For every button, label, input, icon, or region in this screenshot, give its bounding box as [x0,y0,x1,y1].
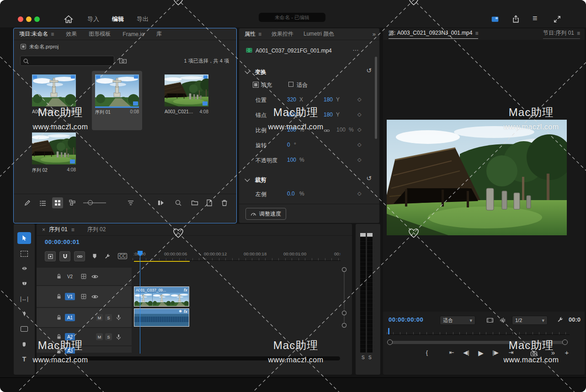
track-v2-content[interactable] [133,268,341,285]
tab-frameio[interactable]: Frame.io [123,31,144,37]
audio-clip[interactable]: ✱ fx [134,308,189,327]
fullscreen-icon[interactable] [553,15,561,23]
solo-right-label[interactable]: S [368,355,372,360]
sync-lock-icon[interactable] [80,293,87,300]
linked-selection-toggle[interactable] [74,251,85,261]
freeform-view-button[interactable] [69,199,76,207]
minimize-window-button[interactable] [26,16,32,22]
track-a3-header[interactable]: A3 [37,346,132,353]
source-timecode[interactable]: 00:00:00:00 [389,316,423,323]
play-button[interactable]: ▶ [475,349,486,357]
panel-menu-icon[interactable]: ≡ [71,227,75,233]
keyframe-toggle-icon[interactable]: ◇ [357,157,361,163]
captions-icon[interactable]: CC [118,253,127,259]
hand-tool[interactable] [17,338,31,350]
share-export-icon[interactable] [511,15,520,23]
tab-effect-controls[interactable]: 效果控件 [272,30,293,38]
drag-audio-icon[interactable] [499,317,506,324]
track-a3-content[interactable] [133,346,341,353]
lock-icon[interactable] [56,348,62,354]
new-bin-icon[interactable] [191,199,198,207]
lock-icon[interactable] [56,293,62,300]
track-a1-header[interactable]: A1 M S [37,308,132,327]
mic-icon[interactable] [115,334,122,340]
tab-source-monitor[interactable]: 源: A003_C021_0923NJ_001.mp4 ≡ [389,29,478,39]
timeline-timecode[interactable]: 00:00:00:01 [45,238,80,245]
reset-crop-icon[interactable]: ↺ [366,175,372,182]
keyframe-toggle-icon[interactable]: ◇ [357,127,361,132]
solo-button[interactable]: S [105,334,112,340]
panel-menu-icon[interactable]: ≡ [258,31,261,37]
crop-section-header[interactable]: 裁剪 ↺ [245,175,373,185]
tab-import[interactable]: 导入 [87,15,99,23]
razor-tool[interactable] [17,278,31,290]
monitor-settings-wrench-icon[interactable] [557,316,564,323]
anchor-y-value[interactable]: 180 [324,111,333,118]
track-a1-content[interactable]: ✱ fx [133,308,341,327]
track-a1-badge[interactable]: A1 [65,314,75,321]
add-button-editor[interactable]: + [561,349,572,356]
opacity-value[interactable]: 100 [287,157,296,163]
track-a2-badge[interactable]: A2 [65,333,75,340]
position-x-value[interactable]: 320 [287,96,296,103]
scrubber-zoom-bar[interactable] [390,341,565,344]
keyframe-toggle-icon[interactable]: ◇ [357,191,361,196]
icon-view-button[interactable] [54,199,61,207]
mute-button[interactable]: M [96,314,103,321]
keyframe-toggle-icon[interactable]: ◇ [357,111,361,117]
tab-edit[interactable]: 编辑 [112,15,124,23]
track-select-tool[interactable] [17,248,31,260]
source-scrubber-ruler[interactable] [387,328,570,335]
zoom-slider-knob[interactable] [88,200,93,205]
tab-properties[interactable]: 属性 ≡ [245,30,261,38]
tab-program-monitor[interactable]: 节目:序列 01 ≡ [543,29,580,39]
project-item-clip2[interactable]: A003_C021_0923N... 4:08 [165,74,208,114]
project-item-clip1[interactable]: A001_C037_0921F... 0:08 [32,74,76,114]
track-v2-badge[interactable]: V2 [65,273,75,280]
slip-tool[interactable]: |↔| [17,293,31,305]
go-to-in-button[interactable]: ⇤ [446,349,457,356]
workspace-icon[interactable] [491,15,499,23]
solo-button[interactable]: S [105,314,112,321]
mic-icon[interactable] [115,314,122,321]
reset-transform-icon[interactable]: ↺ [366,67,372,74]
lock-icon[interactable] [56,314,62,321]
timeline-ruler[interactable]: :00:00 00:00:00:06 00:00:00:12 00:00:00:… [133,250,341,261]
crop-left-value[interactable]: 0.0 [287,191,295,197]
clip-more-icon[interactable]: … [352,45,359,52]
tab-sequence-02[interactable]: 序列 02 [87,226,106,233]
track-v1-header[interactable]: V1 [37,286,132,307]
track-v1-badge[interactable]: V1 [65,293,75,300]
delete-trash-icon[interactable] [221,199,228,207]
tab-project[interactable]: 项目:未命名 ≡ [19,30,54,38]
scale-value[interactable]: 100 [287,127,296,133]
mark-in-button[interactable]: { [421,349,432,356]
track-v1-content[interactable]: A001_C037_09... fx [133,286,341,307]
step-back-button[interactable]: ◀| [461,349,472,356]
adjust-speed-button[interactable]: 调整速度 [245,208,286,220]
track-a2-header[interactable]: A2 M S [37,328,132,345]
nest-toggle[interactable] [45,251,56,261]
ripple-edit-tool[interactable] [17,263,31,275]
eye-icon[interactable] [91,273,98,280]
timeline-settings-wrench-icon[interactable] [104,253,111,260]
eye-icon[interactable] [91,293,98,300]
add-marker-icon[interactable] [91,253,98,260]
sort-icon[interactable] [127,199,134,207]
close-window-button[interactable] [18,16,23,22]
new-item-icon[interactable] [206,199,213,207]
zoom-level-select[interactable]: 适合 ▾ [440,316,475,325]
keyframe-toggle-icon[interactable]: ◇ [357,96,361,102]
step-forward-button[interactable]: |▶ [490,349,501,356]
video-clip[interactable]: A001_C037_09... fx [134,286,189,307]
zoom-slider-track[interactable] [83,202,106,203]
breadcrumb[interactable]: 未命名.prproj [29,43,59,50]
transform-section-header[interactable]: 变换 ↺ [245,68,373,77]
tab-libraries[interactable]: 库 [156,30,162,38]
tab-overflow-icon[interactable]: » [373,31,376,37]
readonly-pencil-icon[interactable] [24,199,31,207]
go-to-out-button[interactable]: ⇥ [506,349,517,356]
zoom-window-button[interactable] [34,16,40,22]
panel-menu-icon[interactable]: ≡ [51,31,54,37]
type-tool[interactable]: T [17,353,31,365]
